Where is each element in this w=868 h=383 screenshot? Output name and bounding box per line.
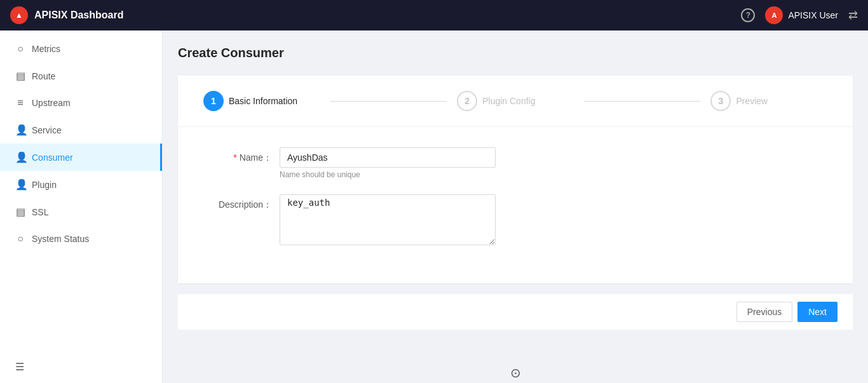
next-button[interactable]: Next bbox=[797, 302, 837, 322]
sidebar-item-metrics[interactable]: ○ Metrics bbox=[0, 36, 162, 62]
sidebar-item-label: System Status bbox=[32, 234, 89, 244]
user-menu[interactable]: A APISIX User bbox=[765, 6, 838, 24]
sidebar-item-plugin[interactable]: 👤 Plugin bbox=[0, 171, 162, 198]
step-line-2 bbox=[584, 101, 701, 102]
header-left: APISIX Dashboard bbox=[10, 6, 123, 24]
step-1-circle: 1 bbox=[203, 91, 224, 111]
sidebar-item-upstream[interactable]: ≡ Upstream bbox=[0, 90, 162, 116]
sidebar-item-label: Upstream bbox=[32, 98, 71, 108]
form-container: *Name： Name should be unique Description… bbox=[178, 127, 853, 283]
avatar: A bbox=[765, 6, 783, 24]
layout: ○ Metrics ▤ Route ≡ Upstream 👤 Service 👤… bbox=[0, 0, 868, 383]
metrics-icon: ○ bbox=[15, 43, 25, 55]
steps-container: 1 Basic Information 2 Plugin Config 3 Pr… bbox=[178, 76, 853, 127]
name-field-row: *Name： Name should be unique bbox=[203, 147, 827, 179]
name-label: *Name： bbox=[203, 147, 280, 164]
header: APISIX Dashboard ? A APISIX User ⇄ bbox=[0, 0, 868, 30]
route-icon: ▤ bbox=[15, 70, 25, 82]
step-1: 1 Basic Information bbox=[203, 91, 320, 111]
step-line-1 bbox=[330, 101, 447, 102]
app-title: APISIX Dashboard bbox=[34, 10, 123, 21]
sidebar-item-consumer[interactable]: 👤 Consumer bbox=[0, 144, 162, 171]
step-1-label: Basic Information bbox=[229, 96, 297, 106]
consumer-icon: 👤 bbox=[15, 151, 25, 163]
step-3: 3 Preview bbox=[710, 91, 827, 111]
action-bar: Previous Next bbox=[178, 293, 853, 330]
help-icon[interactable]: ? bbox=[741, 8, 755, 22]
collapse-icon[interactable]: ☰ bbox=[15, 361, 24, 372]
step-2-circle: 2 bbox=[457, 91, 477, 111]
footer: ⊙ Copyright © 2021 Apache APISIX bbox=[178, 340, 853, 383]
upstream-icon: ≡ bbox=[15, 97, 25, 109]
service-icon: 👤 bbox=[15, 124, 25, 136]
sidebar-item-service[interactable]: 👤 Service bbox=[0, 116, 162, 144]
translate-icon[interactable]: ⇄ bbox=[848, 8, 858, 22]
description-label: Description： bbox=[203, 194, 280, 211]
step-2: 2 Plugin Config bbox=[457, 91, 574, 111]
description-field-wrapper: key_auth bbox=[280, 194, 496, 248]
page-title: Create Consumer bbox=[178, 46, 853, 60]
sidebar-item-label: Consumer bbox=[32, 152, 73, 163]
sidebar: ○ Metrics ▤ Route ≡ Upstream 👤 Service 👤… bbox=[0, 30, 163, 383]
steps-card: 1 Basic Information 2 Plugin Config 3 Pr… bbox=[178, 76, 853, 283]
sidebar-item-route[interactable]: ▤ Route bbox=[0, 62, 162, 90]
main-content: Create Consumer 1 Basic Information 2 Pl… bbox=[163, 30, 868, 383]
sidebar-item-label: Route bbox=[32, 71, 55, 81]
sidebar-item-system-status[interactable]: ○ System Status bbox=[0, 225, 162, 252]
github-icon[interactable]: ⊙ bbox=[178, 365, 853, 380]
description-field-row: Description： key_auth bbox=[203, 194, 827, 248]
description-input[interactable]: key_auth bbox=[280, 194, 496, 245]
step-3-circle: 3 bbox=[710, 91, 731, 111]
sidebar-item-label: Service bbox=[32, 125, 62, 135]
username: APISIX User bbox=[788, 10, 838, 20]
sidebar-item-label: Metrics bbox=[32, 44, 60, 54]
name-input[interactable] bbox=[280, 147, 496, 168]
name-hint: Name should be unique bbox=[280, 170, 496, 179]
step-3-label: Preview bbox=[736, 96, 768, 106]
previous-button[interactable]: Previous bbox=[736, 302, 792, 322]
apisix-logo-icon bbox=[10, 6, 28, 24]
plugin-icon: 👤 bbox=[15, 178, 25, 191]
sidebar-bottom: ☰ bbox=[15, 361, 24, 373]
system-status-icon: ○ bbox=[15, 233, 25, 245]
sidebar-item-ssl[interactable]: ▤ SSL bbox=[0, 198, 162, 225]
header-right: ? A APISIX User ⇄ bbox=[741, 6, 858, 24]
ssl-icon: ▤ bbox=[15, 206, 25, 218]
name-field-wrapper: Name should be unique bbox=[280, 147, 496, 179]
sidebar-item-label: SSL bbox=[32, 207, 48, 217]
step-2-label: Plugin Config bbox=[482, 96, 535, 106]
sidebar-item-label: Plugin bbox=[32, 180, 57, 190]
